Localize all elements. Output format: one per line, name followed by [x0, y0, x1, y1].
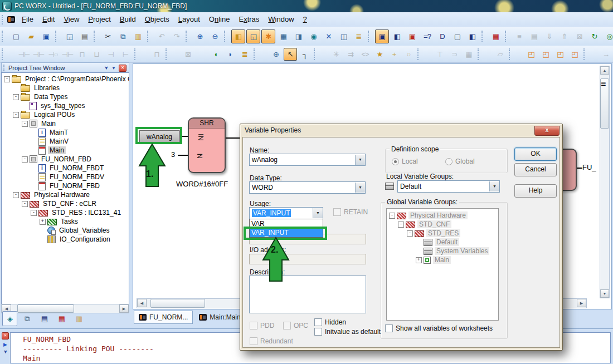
- ok-button[interactable]: OK: [514, 147, 557, 161]
- edit-wizard-toggle[interactable]: ✱: [261, 29, 275, 43]
- tree-expand-icon[interactable]: -: [31, 210, 37, 216]
- hidden-checkbox[interactable]: Hidden: [314, 318, 346, 326]
- tree-expand-icon[interactable]: -: [13, 94, 19, 100]
- cross-reference-window-button[interactable]: ▦: [276, 29, 290, 43]
- cut-button[interactable]: ✂: [101, 29, 115, 43]
- paste-button[interactable]: ▥: [131, 29, 145, 43]
- set-coil-button[interactable]: ⊓: [75, 48, 89, 61]
- instance-tree-button[interactable]: ◧: [390, 29, 404, 43]
- scroll-down-icon[interactable]: ▼: [600, 289, 609, 298]
- menu-layout[interactable]: Layout: [174, 13, 205, 26]
- normally-open-contact-button[interactable]: ⊣⊢: [17, 48, 31, 61]
- tree-expand-icon[interactable]: -: [22, 156, 28, 163]
- tree-item[interactable]: - STD_CNF: [387, 220, 498, 229]
- scope-local-radio[interactable]: Local: [392, 158, 418, 165]
- tree-item[interactable]: FU_NORM_FBDV: [2, 173, 129, 181]
- goto-label-button[interactable]: →: [599, 48, 612, 61]
- scroll-right-icon[interactable]: ▶: [119, 304, 129, 313]
- pin-icon[interactable]: ➤: [103, 66, 109, 70]
- add-fbd-worksheet-button[interactable]: ◰: [568, 48, 581, 61]
- retain-checkbox[interactable]: RETAIN: [333, 208, 368, 216]
- chevron-down-icon[interactable]: ▼: [313, 208, 323, 218]
- tree-expand-icon[interactable]: -: [22, 121, 28, 127]
- tree-item[interactable]: MainT: [2, 128, 129, 137]
- tree-item[interactable]: - STD_RES : ILC131_41: [2, 208, 129, 217]
- print-button[interactable]: ▤: [77, 29, 91, 43]
- tree-expand-icon[interactable]: -: [398, 222, 404, 228]
- chevron-down-icon[interactable]: ▼: [355, 183, 365, 193]
- dialog-close-button[interactable]: x: [534, 126, 560, 136]
- insert-network-button[interactable]: ⊤: [433, 48, 446, 61]
- network-button[interactable]: ✳: [329, 48, 343, 61]
- save-button[interactable]: ▣: [39, 29, 53, 43]
- upload-button[interactable]: ⇑: [557, 29, 571, 43]
- coil-button[interactable]: ⊣○: [46, 48, 60, 61]
- scope-global-radio[interactable]: Global: [445, 158, 475, 165]
- insert-contact-button[interactable]: +: [387, 48, 401, 61]
- split-view-button[interactable]: ◫: [337, 29, 351, 43]
- tree-expand-icon[interactable]: -: [407, 230, 413, 237]
- panel-close-icon[interactable]: ✕: [119, 65, 127, 72]
- logic-analyzer-button[interactable]: ◉: [306, 29, 320, 43]
- add-code-worksheet-button[interactable]: ◰: [553, 48, 567, 61]
- initvalue-checkbox[interactable]: Initvalue as default: [314, 328, 381, 336]
- insert-coil-button[interactable]: ○: [402, 48, 415, 61]
- chevron-down-icon[interactable]: ▼: [489, 181, 499, 191]
- tree-item[interactable]: - STD_CNF : eCLR: [2, 199, 129, 208]
- fbd-worksheet-button[interactable]: ▣: [375, 29, 389, 43]
- panel-tab-libraries[interactable]: ▤: [37, 311, 52, 326]
- redo-button[interactable]: ↷: [169, 29, 183, 43]
- play-icon[interactable]: ▶: [3, 342, 7, 347]
- scroll-left-icon[interactable]: ◀: [137, 299, 147, 307]
- menu-help[interactable]: ?: [299, 13, 312, 26]
- pin-icon[interactable]: ➤: [2, 350, 8, 354]
- connect-variables-button[interactable]: ≣: [238, 48, 251, 61]
- tree-item[interactable]: IO_Configuration: [2, 235, 129, 244]
- project-tree-toggle[interactable]: ◧: [231, 29, 245, 43]
- previous-worksheet-button[interactable]: ◧: [465, 29, 479, 43]
- tree-expand-icon[interactable]: -: [389, 213, 395, 219]
- autolayout-button[interactable]: ▱: [493, 48, 507, 61]
- canvas-vertical-scrollbar[interactable]: ▲ ▼ ≡: [600, 66, 610, 298]
- copy-button[interactable]: ⧉: [116, 29, 130, 43]
- menu-online[interactable]: Online: [205, 13, 235, 26]
- project-control-button[interactable]: ▦: [489, 29, 503, 43]
- scroll-up-icon[interactable]: ▲: [600, 66, 609, 75]
- tree-item[interactable]: - Main: [2, 119, 129, 128]
- tree-item[interactable]: Main: [2, 146, 129, 155]
- rebuild-button[interactable]: ↻: [587, 29, 601, 43]
- menu-objects[interactable]: Objects: [140, 13, 174, 26]
- open-project-button[interactable]: ▰: [24, 29, 38, 43]
- help-button[interactable]: Help: [514, 184, 557, 198]
- delete-on-target-button[interactable]: ⊠: [572, 29, 586, 43]
- tree-item[interactable]: MainV: [2, 137, 129, 146]
- instance-output-label[interactable]: FU_: [582, 163, 596, 171]
- panel-tab-instances[interactable]: ⧉: [20, 311, 35, 326]
- document-tab[interactable]: FU_NORM...: [134, 311, 193, 324]
- blank-worksheet-button[interactable]: ▢: [450, 29, 464, 43]
- tree-item[interactable]: + Tasks: [2, 217, 129, 226]
- tree-item[interactable]: sys_flag_types: [2, 101, 129, 110]
- tree-item[interactable]: - Logical POUs: [2, 110, 129, 119]
- left-powerrail-button[interactable]: ⊣: [104, 48, 118, 61]
- normally-closed-contact-button[interactable]: ⊣⊢: [32, 48, 45, 61]
- tree-item[interactable]: + Main: [387, 255, 498, 264]
- watch-value-button[interactable]: =?: [420, 29, 434, 43]
- panel-tab-hardware[interactable]: ▦: [54, 311, 69, 326]
- cancel-button[interactable]: Cancel: [514, 163, 557, 176]
- data-types-button[interactable]: D: [435, 29, 449, 43]
- insert-branch-button[interactable]: ⊓: [150, 48, 163, 61]
- undo-button[interactable]: ↶: [154, 29, 168, 43]
- swap-operands-button[interactable]: <>: [358, 48, 372, 61]
- redundant-checkbox[interactable]: Redundant: [250, 337, 293, 345]
- tree-expand-icon[interactable]: -: [4, 76, 10, 82]
- reset-coil-button[interactable]: ⊔: [90, 48, 103, 61]
- zoom-in-button[interactable]: ⊕: [193, 29, 207, 43]
- datatype-combo[interactable]: WORD ▼: [249, 181, 366, 194]
- tree-expand-icon[interactable]: -: [13, 112, 19, 118]
- connector-out-button[interactable]: ◗: [223, 48, 237, 61]
- global-variables-button[interactable]: ✕: [322, 29, 335, 43]
- zoom-tool-button[interactable]: ⊕: [269, 48, 283, 61]
- menu-edit[interactable]: Edit: [38, 13, 59, 26]
- tree-expand-icon[interactable]: -: [13, 192, 19, 198]
